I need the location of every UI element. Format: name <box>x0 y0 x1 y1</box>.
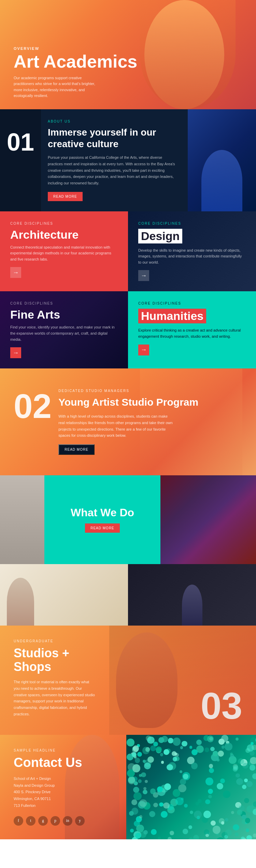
arch-text: Connect theoretical speculation and mate… <box>10 244 118 263</box>
what-title: What We Do <box>71 507 134 519</box>
social-google-icon[interactable]: g <box>38 816 48 826</box>
address-line-4: Wilmington, CA 90711 <box>14 796 113 802</box>
studio-section: 02 DEDICATED STUDIO MANAGERS Young Artis… <box>0 368 256 475</box>
contact-title: Contact Us <box>14 756 113 770</box>
social-linkedin-icon[interactable]: in <box>63 816 72 826</box>
hero-overline: OVERVIEW <box>14 46 137 51</box>
studios-content: UNDERGRADUATE Studios + Shops The right … <box>0 626 109 735</box>
about-section: 01 ABOUT US Immerse yourself in our crea… <box>0 109 256 211</box>
what-center-content: What We Do read more <box>44 475 160 564</box>
design-title: Design <box>138 229 182 243</box>
discipline-design: CORE DISCIPLINES Design Develop the skil… <box>128 211 256 292</box>
social-twitter-icon[interactable]: t <box>26 816 35 826</box>
humanities-title: Humanities <box>138 309 206 323</box>
studios-title: Studios + Shops <box>14 646 96 673</box>
studio-content: DEDICATED STUDIO MANAGERS Young Artist S… <box>58 389 242 455</box>
studios-shops-section: UNDERGRADUATE Studios + Shops The right … <box>0 626 256 735</box>
studio-text: With a high level of overlap across disc… <box>58 413 174 439</box>
humanities-overline: CORE DISCIPLINES <box>138 302 246 305</box>
hero-description: Our academic programs support creative p… <box>14 75 102 99</box>
address-line-2: Nayla and Design Group <box>14 782 113 789</box>
humanities-text: Explore critical thinking as a creative … <box>138 327 246 339</box>
what-left-bg <box>0 475 44 564</box>
studio-overline: DEDICATED STUDIO MANAGERS <box>58 389 242 393</box>
discipline-architecture: CORE DISCIPLINES Architecture Connect th… <box>0 211 128 292</box>
sequin-overlay <box>126 735 256 839</box>
contact-right-image <box>126 735 256 839</box>
hero-title: Art Academics <box>14 53 137 70</box>
social-icons-row: f t g p in y <box>14 816 113 826</box>
bottom-person-1 <box>7 578 34 626</box>
bottom-image-1 <box>0 564 128 626</box>
finearts-overline: CORE DISCIPLINES <box>10 302 118 305</box>
contact-address: School of Art + Design Nayla and Design … <box>14 775 113 809</box>
social-facebook-icon[interactable]: f <box>14 816 23 826</box>
hero-content: OVERVIEW Art Academics Our academic prog… <box>14 46 137 99</box>
studios-number-column: 03 <box>109 626 256 735</box>
humanities-arrow-button[interactable]: → <box>138 345 149 355</box>
hero-section: OVERVIEW Art Academics Our academic prog… <box>0 0 256 109</box>
about-image-person <box>201 150 242 211</box>
about-content: ABOUT US Immerse yourself in our creativ… <box>41 109 188 211</box>
bottom-image-2 <box>128 564 256 626</box>
design-arrow-button[interactable]: → <box>138 270 149 281</box>
studio-read-more-button[interactable]: read more <box>58 444 95 455</box>
studios-face <box>116 632 177 728</box>
neon-overlay <box>160 475 256 564</box>
contact-section: SAMPLE HEADLINE Contact Us School of Art… <box>0 735 256 839</box>
bottom-person-2 <box>182 585 202 626</box>
social-youtube-icon[interactable]: y <box>75 816 85 826</box>
about-text: Pursue your passions at California Colle… <box>48 154 177 186</box>
finearts-title: Fine Arts <box>10 309 118 320</box>
what-right-image <box>160 475 256 564</box>
what-left-image <box>0 475 44 564</box>
about-number-column: 01 <box>0 109 41 211</box>
address-line-1: School of Art + Design <box>14 775 113 782</box>
what-read-more-button[interactable]: read more <box>85 523 120 533</box>
about-number: 01 <box>7 130 34 154</box>
studios-text: The right tool or material is often exac… <box>14 679 96 717</box>
finearts-text: Find your voice, identify your audience,… <box>10 324 118 342</box>
social-pinterest-icon[interactable]: p <box>51 816 60 826</box>
design-overline: CORE DISCIPLINES <box>138 222 246 225</box>
discipline-humanities: CORE DISCIPLINES Humanities Explore crit… <box>128 291 256 368</box>
studio-number: 02 <box>14 389 52 423</box>
studios-overline: UNDERGRADUATE <box>14 639 96 643</box>
address-line-5: 713 Fullerton <box>14 802 113 809</box>
disciplines-grid: CORE DISCIPLINES Architecture Connect th… <box>0 211 256 369</box>
bottom-images-row <box>0 564 256 626</box>
what-we-do-section: What We Do read more <box>0 475 256 564</box>
arch-arrow-button[interactable]: → <box>10 267 21 278</box>
arch-title: Architecture <box>10 229 118 240</box>
about-read-more-button[interactable]: read more <box>48 192 83 201</box>
about-title: Immerse yourself in our creative culture <box>48 127 177 150</box>
about-image <box>188 109 256 211</box>
finearts-arrow-button[interactable]: → <box>10 347 21 358</box>
studio-title: Young Artist Studio Program <box>58 396 242 408</box>
design-text: Develop the skills to imagine and create… <box>138 248 246 266</box>
arch-overline: CORE DISCIPLINES <box>10 222 118 225</box>
discipline-finearts: CORE DISCIPLINES Fine Arts Find your voi… <box>0 291 128 368</box>
address-line-3: 400 S. Pinckney Drive <box>14 789 113 796</box>
about-overline: ABOUT US <box>48 120 177 123</box>
contact-left: SAMPLE HEADLINE Contact Us School of Art… <box>0 735 126 839</box>
